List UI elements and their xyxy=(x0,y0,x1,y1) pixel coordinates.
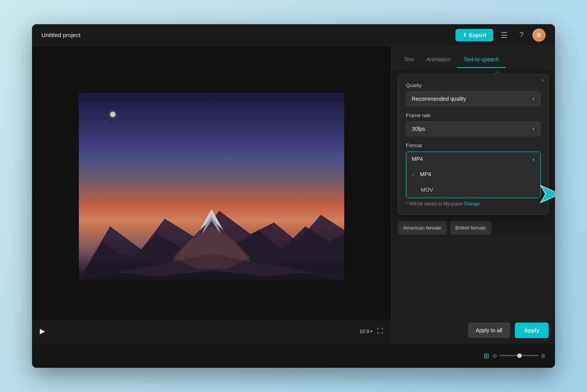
zoom-in-icon: ⊕ xyxy=(541,353,546,359)
help-button[interactable]: ? xyxy=(515,29,528,41)
format-value: MP4 xyxy=(412,156,423,162)
action-buttons: Apply to all Apply xyxy=(391,317,555,343)
voice-options: American female British female xyxy=(398,221,549,235)
play-button[interactable]: ▶ xyxy=(40,327,45,335)
right-panel: Text Animation Text-to-speech ▾ xyxy=(391,46,555,343)
video-panel: ▶ 16:9 ▾ ⛶ xyxy=(32,46,391,343)
framerate-chevron-icon: ▾ xyxy=(532,127,535,132)
zoom-control: ⊖ ⊕ xyxy=(493,352,546,359)
cursor-svg xyxy=(535,182,555,207)
format-label: Format xyxy=(406,143,541,148)
export-button[interactable]: ⬆ Export xyxy=(455,29,493,41)
play-icon: ▶ xyxy=(40,327,45,335)
format-options-list: ✓ MP4 MOV xyxy=(406,166,540,198)
quality-value: Recommended quality xyxy=(412,96,466,102)
save-notice: * Will be saved to Myspace Change xyxy=(406,201,541,207)
panel-arrow: ▾ xyxy=(541,78,544,83)
header-actions: ⬆ Export ☰ ? B xyxy=(455,29,546,42)
check-icon: ✓ xyxy=(412,171,416,177)
zoom-out-button[interactable]: ⊖ xyxy=(493,352,497,359)
framerate-value: 30fps xyxy=(412,126,425,132)
tab-content: ▾ Quality Recommended quality ▾ Frame ra… xyxy=(391,68,555,317)
format-mov-label: MOV xyxy=(421,187,433,193)
grid-icon: ⊞ xyxy=(484,352,489,360)
change-link[interactable]: Change xyxy=(463,201,480,207)
voice-section: American female British female xyxy=(398,221,549,235)
hamburger-icon: ☰ xyxy=(501,30,508,40)
framerate-dropdown[interactable]: 30fps ▾ xyxy=(406,121,541,136)
cursor-arrow xyxy=(535,182,555,208)
british-female-chip[interactable]: British female xyxy=(450,221,492,235)
chevron-down-icon: ▾ xyxy=(370,329,372,333)
tabs: Text Animation Text-to-speech xyxy=(391,46,555,68)
tab-animation[interactable]: Animation xyxy=(420,52,457,68)
mountain-svg xyxy=(79,149,344,280)
zoom-out-icon: ⊖ xyxy=(493,353,497,359)
header: Untitled project ⬆ Export ☰ ? B xyxy=(32,24,555,46)
quality-label: Quality xyxy=(406,82,541,88)
aspect-ratio-button[interactable]: 16:9 ▾ xyxy=(359,328,372,334)
format-select-header[interactable]: MP4 ▴ xyxy=(406,152,540,166)
apply-to-all-button[interactable]: Apply to all xyxy=(468,323,510,338)
chevron-up-icon: ▾ xyxy=(541,78,544,83)
apply-button[interactable]: Apply xyxy=(515,323,549,338)
bottom-bar: ⊞ ⊖ ⊕ xyxy=(32,343,555,368)
zoom-slider[interactable] xyxy=(500,355,539,356)
avatar[interactable]: B xyxy=(532,29,546,42)
upload-icon: ⬆ xyxy=(462,32,467,38)
fullscreen-icon: ⛶ xyxy=(377,328,383,334)
timeline-icon-button[interactable]: ⊞ xyxy=(484,351,489,360)
export-modal: ▾ Quality Recommended quality ▾ Frame ra… xyxy=(398,74,549,215)
video-info: 16:9 ▾ ⛶ xyxy=(359,328,383,335)
video-area xyxy=(32,46,391,319)
format-chevron-icon: ▴ xyxy=(532,157,535,162)
quality-chevron-icon: ▾ xyxy=(532,96,535,102)
question-icon: ? xyxy=(519,30,523,39)
zoom-slider-thumb[interactable] xyxy=(517,353,522,358)
fullscreen-button[interactable]: ⛶ xyxy=(377,328,383,335)
video-controls: ▶ 16:9 ▾ ⛶ xyxy=(32,319,391,343)
format-mp4-label: MP4 xyxy=(420,171,431,177)
app-window: Untitled project ⬆ Export ☰ ? B xyxy=(32,24,555,368)
format-option-mov[interactable]: MOV xyxy=(406,182,540,198)
video-container xyxy=(79,93,344,280)
tab-tts[interactable]: Text-to-speech xyxy=(457,52,505,68)
framerate-label: Frame rate xyxy=(406,112,541,118)
video-background xyxy=(79,93,344,280)
moon-element xyxy=(110,112,116,117)
timeline-tools: ⊞ ⊖ ⊕ xyxy=(484,351,546,360)
main-content: ▶ 16:9 ▾ ⛶ Text xyxy=(32,46,555,343)
format-dropdown: MP4 ▴ ✓ MP4 MOV xyxy=(406,151,541,198)
project-title: Untitled project xyxy=(41,32,455,38)
format-option-mp4[interactable]: ✓ MP4 xyxy=(406,166,540,182)
export-label: Export xyxy=(469,32,486,38)
zoom-in-button[interactable]: ⊕ xyxy=(541,352,546,359)
svg-marker-8 xyxy=(541,185,555,203)
american-female-chip[interactable]: American female xyxy=(398,221,447,235)
menu-icon-button[interactable]: ☰ xyxy=(498,29,511,41)
quality-dropdown[interactable]: Recommended quality ▾ xyxy=(406,91,541,106)
tab-text[interactable]: Text xyxy=(398,52,420,68)
